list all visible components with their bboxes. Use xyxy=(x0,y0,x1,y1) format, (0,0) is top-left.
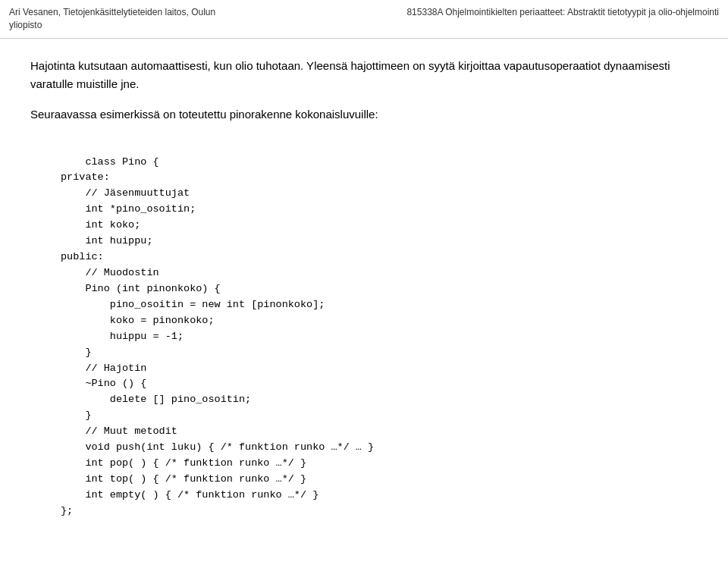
intro-paragraph: Hajotinta kutsutaan automaattisesti, kun… xyxy=(30,57,698,93)
main-content: Hajotinta kutsutaan automaattisesti, kun… xyxy=(0,39,728,554)
header-left-text: Ari Vesanen, Tietojenkäsittelytieteiden … xyxy=(9,7,215,30)
code-block: class Pino { private: // Jäsenmuuttujat … xyxy=(61,139,698,535)
description-paragraph: Seuraavassa esimerkissä on toteutettu pi… xyxy=(30,105,698,124)
page-header: Ari Vesanen, Tietojenkäsittelytieteiden … xyxy=(0,0,728,39)
description-text: Seuraavassa esimerkissä on toteutettu pi… xyxy=(30,108,378,121)
header-left: Ari Vesanen, Tietojenkäsittelytieteiden … xyxy=(9,6,237,32)
header-right-text: 815338A Ohjelmointikielten periaatteet: … xyxy=(406,7,719,17)
header-right: 815338A Ohjelmointikielten periaatteet: … xyxy=(406,6,719,19)
code-content: class Pino { private: // Jäsenmuuttujat … xyxy=(61,156,374,516)
intro-text: Hajotinta kutsutaan automaattisesti, kun… xyxy=(30,59,670,90)
